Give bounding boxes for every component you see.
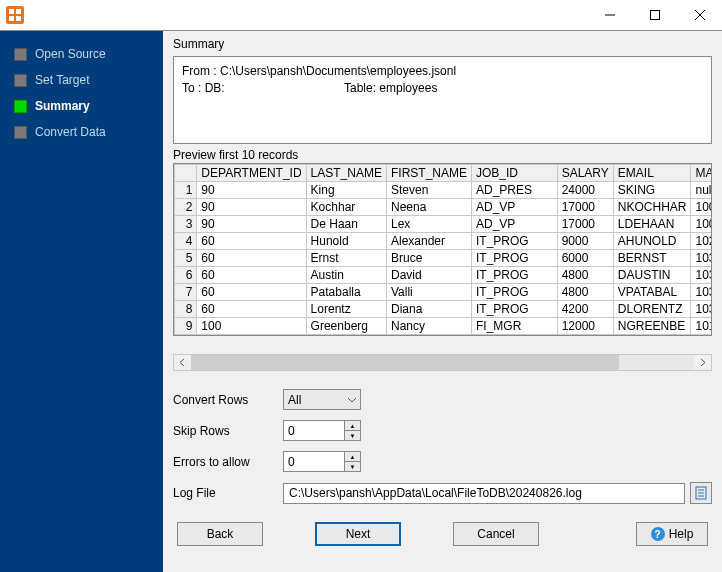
log-file-input[interactable] — [283, 483, 685, 504]
browse-log-button[interactable] — [690, 482, 712, 504]
table-cell: Diana — [386, 301, 471, 318]
convert-rows-select[interactable]: All — [283, 389, 361, 410]
table-row[interactable]: 560ErnstBruceIT_PROG6000BERNST103 — [175, 250, 713, 267]
table-cell: VPATABAL — [613, 284, 691, 301]
table-row[interactable]: 9100GreenbergNancyFI_MGR12000NGREENBE101 — [175, 318, 713, 335]
summary-to-db: To : DB: — [182, 80, 344, 97]
column-header[interactable]: EMAIL — [613, 165, 691, 182]
table-cell: 60 — [197, 284, 306, 301]
row-number-cell: 2 — [175, 199, 197, 216]
table-row[interactable]: 190KingStevenAD_PRES24000SKINGnull — [175, 182, 713, 199]
table-row[interactable]: 660AustinDavidIT_PROG4800DAUSTIN103 — [175, 267, 713, 284]
table-cell: 103 — [691, 284, 712, 301]
scroll-track[interactable] — [191, 355, 694, 370]
summary-from: From : C:\Users\pansh\Documents\employee… — [182, 63, 703, 80]
table-cell: 4200 — [557, 301, 613, 318]
table-cell: NGREENBE — [613, 318, 691, 335]
convert-rows-label: Convert Rows — [173, 393, 283, 407]
table-cell: FI_MGR — [471, 318, 557, 335]
svg-rect-1 — [16, 9, 21, 14]
back-button[interactable]: Back — [177, 522, 263, 546]
table-cell: 12000 — [557, 318, 613, 335]
sidebar-item-convert-data[interactable]: Convert Data — [0, 119, 163, 145]
table-cell: DLORENTZ — [613, 301, 691, 318]
maximize-button[interactable] — [632, 0, 677, 30]
options-form: Convert Rows All Skip Rows ▲ ▼ Errors to… — [173, 389, 712, 504]
table-cell: Lorentz — [306, 301, 386, 318]
cancel-button[interactable]: Cancel — [453, 522, 539, 546]
table-row[interactable]: 860LorentzDianaIT_PROG4200DLORENTZ103 — [175, 301, 713, 318]
spinner-up-button[interactable]: ▲ — [345, 421, 360, 431]
scroll-thumb[interactable] — [191, 355, 619, 370]
minimize-button[interactable] — [587, 0, 632, 30]
spinner-down-button[interactable]: ▼ — [345, 462, 360, 471]
table-cell: 9000 — [557, 233, 613, 250]
table-cell: 100 — [691, 199, 712, 216]
step-icon — [14, 48, 27, 61]
row-number-cell: 3 — [175, 216, 197, 233]
table-cell: Greenberg — [306, 318, 386, 335]
spinner-down-button[interactable]: ▼ — [345, 431, 360, 440]
table-cell: AD_PRES — [471, 182, 557, 199]
table-row[interactable]: 290KochharNeenaAD_VP17000NKOCHHAR100 — [175, 199, 713, 216]
table-cell: Ernst — [306, 250, 386, 267]
column-header[interactable]: MANAG — [691, 165, 712, 182]
table-row[interactable]: 10100FavietDanielFI_ACCOUNT9000DFAVIET10… — [175, 335, 713, 337]
table-cell: BERNST — [613, 250, 691, 267]
preview-section: Preview first 10 records DEPARTMENT_IDLA… — [173, 148, 712, 371]
column-header[interactable]: JOB_ID — [471, 165, 557, 182]
main-area: Open Source Set Target Summary Convert D… — [0, 30, 722, 572]
column-header[interactable]: LAST_NAME — [306, 165, 386, 182]
help-button[interactable]: ? Help — [636, 522, 708, 546]
summary-to-table: Table: employees — [344, 80, 437, 97]
skip-rows-input[interactable] — [284, 421, 344, 440]
horizontal-scrollbar[interactable] — [173, 354, 712, 371]
table-cell: 17000 — [557, 216, 613, 233]
svg-rect-3 — [16, 16, 21, 21]
table-cell: 103 — [691, 267, 712, 284]
step-icon-active — [14, 100, 27, 113]
summary-box: From : C:\Users\pansh\Documents\employee… — [173, 56, 712, 144]
table-cell: Nancy — [386, 318, 471, 335]
scroll-right-button[interactable] — [694, 355, 711, 370]
sidebar: Open Source Set Target Summary Convert D… — [0, 31, 163, 572]
close-button[interactable] — [677, 0, 722, 30]
table-row[interactable]: 390De HaanLexAD_VP17000LDEHAAN100 — [175, 216, 713, 233]
sidebar-item-summary[interactable]: Summary — [0, 93, 163, 119]
spinner-up-button[interactable]: ▲ — [345, 452, 360, 462]
next-button[interactable]: Next — [315, 522, 401, 546]
table-cell: Kochhar — [306, 199, 386, 216]
sidebar-item-open-source[interactable]: Open Source — [0, 41, 163, 67]
table-cell: 90 — [197, 216, 306, 233]
table-cell: Pataballa — [306, 284, 386, 301]
table-cell: 60 — [197, 250, 306, 267]
table-row[interactable]: 460HunoldAlexanderIT_PROG9000AHUNOLD102 — [175, 233, 713, 250]
row-number-cell: 7 — [175, 284, 197, 301]
table-cell: Hunold — [306, 233, 386, 250]
sidebar-item-label: Open Source — [35, 47, 106, 61]
window-controls — [587, 0, 722, 30]
sidebar-item-label: Convert Data — [35, 125, 106, 139]
table-cell: 100 — [691, 216, 712, 233]
sidebar-item-set-target[interactable]: Set Target — [0, 67, 163, 93]
table-cell: 100 — [197, 318, 306, 335]
table-cell: 100 — [197, 335, 306, 337]
skip-rows-spinner[interactable]: ▲ ▼ — [283, 420, 361, 441]
column-header[interactable]: DEPARTMENT_ID — [197, 165, 306, 182]
table-cell: 108 — [691, 335, 712, 337]
table-cell: Steven — [386, 182, 471, 199]
errors-spinner[interactable]: ▲ ▼ — [283, 451, 361, 472]
table-cell: 6000 — [557, 250, 613, 267]
errors-label: Errors to allow — [173, 455, 283, 469]
table-cell: King — [306, 182, 386, 199]
scroll-left-button[interactable] — [174, 355, 191, 370]
errors-input[interactable] — [284, 452, 344, 471]
row-number-cell: 5 — [175, 250, 197, 267]
help-icon: ? — [651, 527, 665, 541]
column-header[interactable]: FIRST_NAME — [386, 165, 471, 182]
table-row[interactable]: 760PataballaValliIT_PROG4800VPATABAL103 — [175, 284, 713, 301]
column-header[interactable]: SALARY — [557, 165, 613, 182]
table-cell: 102 — [691, 233, 712, 250]
sidebar-item-label: Summary — [35, 99, 90, 113]
table-cell: 17000 — [557, 199, 613, 216]
